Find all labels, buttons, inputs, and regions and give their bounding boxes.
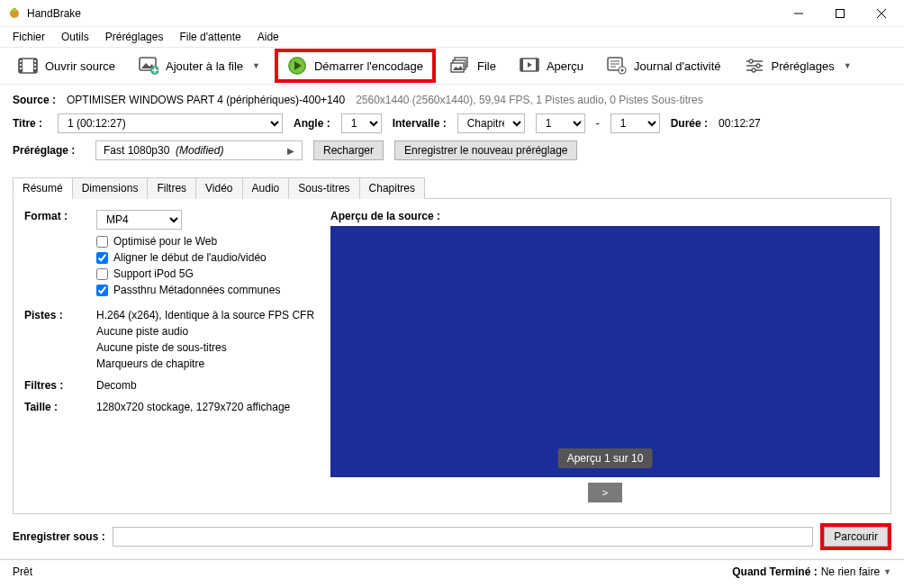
activity-log-button[interactable]: Journal d'activité xyxy=(598,52,729,79)
summary-left-pane: Format : MP4 Optimisé pour le Web Aligne… xyxy=(24,210,330,502)
log-gear-icon xyxy=(607,56,627,76)
format-label: Format : xyxy=(24,210,96,222)
stack-icon xyxy=(450,56,470,76)
menu-presets[interactable]: Préréglages xyxy=(98,29,171,45)
tab-dimensions[interactable]: Dimensions xyxy=(72,177,149,199)
save-as-label: Enregistrer sous : xyxy=(13,530,105,543)
preset-label: Préréglage : xyxy=(13,144,85,157)
web-optimized-check[interactable]: Optimisé pour le Web xyxy=(96,235,280,248)
svg-rect-10 xyxy=(20,64,22,66)
dropdown-caret-icon: ▼ xyxy=(252,61,260,70)
svg-rect-25 xyxy=(451,63,464,72)
svg-rect-1 xyxy=(13,8,16,12)
ipod-check[interactable]: Support iPod 5G xyxy=(96,267,280,280)
add-queue-button[interactable]: Ajouter à la file ▼ xyxy=(130,52,269,79)
when-done-value[interactable]: Ne rien faire xyxy=(821,565,880,578)
track-line: Marqueurs de chapitre xyxy=(96,357,314,370)
svg-rect-28 xyxy=(520,59,523,71)
play-icon xyxy=(287,56,307,76)
summary-right-pane: Aperçu de la source : Aperçu 1 sur 10 > xyxy=(330,210,880,502)
svg-rect-12 xyxy=(34,60,36,62)
presets-button[interactable]: Préréglages ▼ xyxy=(736,52,861,79)
size-value: 1280x720 stockage, 1279x720 affichage xyxy=(96,401,290,413)
tab-filters[interactable]: Filtres xyxy=(147,177,196,199)
tab-subtitles[interactable]: Sous-titres xyxy=(288,177,359,199)
duration-label: Durée : xyxy=(671,117,708,130)
svg-marker-30 xyxy=(528,62,532,68)
track-line: H.264 (x264), Identique à la source FPS … xyxy=(96,309,314,321)
when-done-label: Quand Terminé : xyxy=(732,565,817,578)
metadata-check[interactable]: Passthru Métadonnées communes xyxy=(96,284,280,296)
dropdown-caret-icon: ▼ xyxy=(844,61,852,70)
av-align-check[interactable]: Aligner le début de l'audio/vidéo xyxy=(96,251,280,264)
save-preset-button[interactable]: Enregistrer le nouveau préréglage xyxy=(394,140,577,160)
tab-video[interactable]: Vidéo xyxy=(195,177,242,199)
preview-count-badge: Aperçu 1 sur 10 xyxy=(558,448,653,468)
preview-next-button[interactable]: > xyxy=(588,483,622,502)
close-button[interactable] xyxy=(861,0,902,27)
save-path-input[interactable] xyxy=(113,527,814,547)
window-title: HandBrake xyxy=(27,7,778,20)
svg-rect-13 xyxy=(34,64,36,66)
sliders-icon xyxy=(745,56,764,76)
browse-highlight: Parcourir xyxy=(820,523,891,550)
svg-rect-3 xyxy=(836,9,845,17)
angle-label: Angle : xyxy=(294,117,330,130)
svg-point-36 xyxy=(621,69,624,72)
track-line: Aucune piste de sous-titres xyxy=(96,341,314,354)
title-label: Titre : xyxy=(13,117,47,130)
size-label: Taille : xyxy=(24,401,96,413)
menu-bar: Fichier Outils Préréglages File d'attent… xyxy=(0,27,904,47)
open-source-button[interactable]: Ouvrir source xyxy=(9,52,124,79)
start-encode-button[interactable]: Démarrer l'encodage xyxy=(278,52,432,79)
preset-selector[interactable]: Fast 1080p30 (Modified) ▶ xyxy=(95,140,303,160)
tracks-label: Pistes : xyxy=(24,309,96,321)
source-label: Source : xyxy=(13,94,56,106)
menu-queue[interactable]: File d'attente xyxy=(172,29,248,45)
reload-preset-button[interactable]: Recharger xyxy=(313,140,384,160)
filters-value: Decomb xyxy=(96,379,137,392)
queue-button[interactable]: File xyxy=(441,52,505,79)
svg-point-41 xyxy=(756,64,760,68)
preview-icon xyxy=(520,56,539,76)
title-select[interactable]: 1 (00:12:27) xyxy=(58,113,283,133)
range-dash: - xyxy=(596,117,600,130)
start-encode-highlight: Démarrer l'encodage xyxy=(275,49,436,83)
menu-tools[interactable]: Outils xyxy=(54,29,96,45)
chapter-from-select[interactable]: 1 xyxy=(536,113,585,133)
tab-audio[interactable]: Audio xyxy=(242,177,290,199)
source-section: Source : OPTIMISER WINDOWS PART 4 (périp… xyxy=(0,85,904,171)
format-select[interactable]: MP4 xyxy=(96,210,182,230)
menu-help[interactable]: Aide xyxy=(250,29,286,45)
svg-rect-29 xyxy=(536,59,538,71)
angle-select[interactable]: 1 xyxy=(341,113,382,133)
svg-rect-9 xyxy=(20,60,22,62)
source-name: OPTIMISER WINDOWS PART 4 (périphériques)… xyxy=(67,94,345,106)
browse-button[interactable]: Parcourir xyxy=(824,527,888,547)
minimize-button[interactable] xyxy=(778,0,819,27)
svg-rect-14 xyxy=(34,68,36,69)
title-bar: HandBrake xyxy=(0,0,904,27)
chapter-to-select[interactable]: 1 xyxy=(610,113,660,133)
interval-type-select[interactable]: Chapitres xyxy=(457,113,525,133)
track-line: Aucune piste audio xyxy=(96,325,314,338)
preview-button[interactable]: Aperçu xyxy=(511,52,592,79)
app-icon xyxy=(7,6,22,21)
tab-chapters[interactable]: Chapitres xyxy=(359,177,425,199)
preview-label: Aperçu de la source : xyxy=(330,210,880,222)
filters-label: Filtres : xyxy=(24,379,96,392)
interval-label: Intervalle : xyxy=(393,117,447,130)
toolbar: Ouvrir source Ajouter à la file ▼ Démarr… xyxy=(0,47,904,85)
save-row: Enregistrer sous : Parcourir xyxy=(0,514,904,559)
menu-file[interactable]: Fichier xyxy=(5,29,52,45)
tab-summary[interactable]: Résumé xyxy=(13,177,73,199)
svg-point-42 xyxy=(752,68,755,72)
tab-strip: Résumé Dimensions Filtres Vidéo Audio So… xyxy=(13,176,891,199)
maximize-button[interactable] xyxy=(819,0,861,27)
svg-point-40 xyxy=(749,59,753,63)
status-text: Prêt xyxy=(13,565,32,578)
image-plus-icon xyxy=(139,56,158,76)
duration-value: 00:12:27 xyxy=(719,117,761,130)
source-info: 2560x1440 (2560x1440), 59,94 FPS, 1 Pist… xyxy=(356,94,703,106)
dropdown-caret-icon[interactable]: ▼ xyxy=(883,567,891,576)
